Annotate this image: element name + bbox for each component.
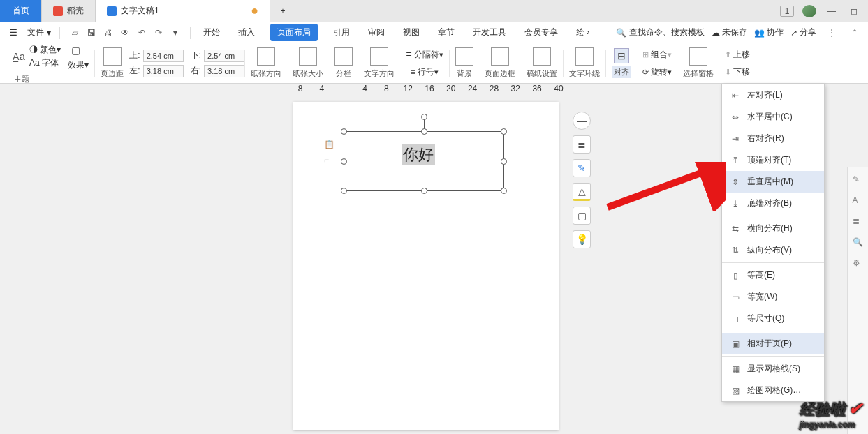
margins-icon[interactable] [103, 47, 122, 66]
tab-document[interactable]: 文字文稿1 ● [96, 0, 270, 22]
horizontal-ruler[interactable]: 84481216202428323640 [293, 84, 566, 96]
menu-section[interactable]: 章节 [435, 24, 457, 41]
more-icon[interactable]: ⋮ [823, 28, 840, 38]
dd-align-bottom[interactable]: ⤓底端对齐(B) [722, 193, 824, 214]
file-menu[interactable]: 文件▾ [23, 27, 55, 38]
pageborder-label[interactable]: 页面边框 [485, 68, 515, 79]
command-search[interactable]: 🔍 查找命令、搜索模板 [616, 27, 705, 38]
columns-icon[interactable] [334, 47, 353, 66]
menu-vip[interactable]: 会员专享 [522, 24, 561, 41]
print-icon[interactable]: 🖨 [102, 27, 115, 39]
paper-icon[interactable] [533, 47, 551, 66]
dd-show-grid[interactable]: ▦显示网格线(S) [722, 358, 824, 380]
background-icon[interactable] [455, 47, 473, 66]
menu-start[interactable]: 开始 [200, 24, 223, 41]
breaks-button[interactable]: ≣ 分隔符▾ [406, 49, 443, 61]
share-button[interactable]: ↗分享 [790, 27, 816, 38]
save-icon[interactable]: 🖫 [85, 27, 98, 39]
rail-search-icon[interactable]: 🔍 [853, 237, 864, 248]
margin-right-input[interactable] [204, 65, 244, 77]
hamburger-icon[interactable]: ☰ [6, 28, 22, 38]
dd-align-right[interactable]: ⇥右对齐(R) [722, 128, 824, 149]
wrap-label[interactable]: 文字环绕 [569, 68, 600, 79]
moveup-button[interactable]: ⬆ 上移 [725, 49, 750, 61]
rail-styles-icon[interactable]: A [853, 195, 864, 207]
align-label[interactable]: 对齐 [612, 66, 631, 78]
lineno-button[interactable]: ≡ 行号▾ [411, 66, 438, 78]
resize-handle[interactable] [341, 158, 347, 165]
window-number[interactable]: 1 [780, 6, 794, 17]
wrap-icon[interactable] [575, 47, 594, 66]
rail-layers-icon[interactable]: ≣ [853, 216, 864, 227]
selection-pane-icon[interactable] [689, 47, 707, 66]
wrap-float-icon[interactable]: ≣ [573, 135, 591, 154]
resize-handle[interactable] [341, 188, 347, 194]
selection-pane-label[interactable]: 选择窗格 [683, 68, 714, 79]
textdir-icon[interactable] [370, 47, 388, 66]
dd-distribute-v[interactable]: ⇅纵向分布(V) [722, 239, 824, 261]
maximize-icon[interactable]: ◻ [847, 6, 861, 16]
menu-insert[interactable]: 插入 [235, 24, 258, 41]
rotate-handle[interactable] [421, 114, 427, 120]
rail-settings-icon[interactable]: ⚙ [853, 258, 864, 269]
redo-icon[interactable]: ↷ [152, 27, 165, 39]
collab-button[interactable]: 👥协作 [754, 27, 784, 38]
collapse-ribbon-icon[interactable]: ⌃ [847, 28, 862, 38]
eyedropper-icon[interactable]: ✎ [573, 159, 591, 177]
dd-distribute-h[interactable]: ⇆横向分布(H) [722, 218, 824, 239]
dd-align-left[interactable]: ⇤左对齐(L) [722, 84, 824, 106]
columns-label[interactable]: 分栏 [336, 68, 351, 79]
dd-relative-page[interactable]: ▣相对于页(P) [722, 333, 824, 354]
menu-draw[interactable]: 绘 › [573, 24, 592, 41]
new-tab-button[interactable]: + [270, 0, 295, 22]
preview-icon[interactable]: 👁 [119, 27, 131, 39]
pageborder-icon[interactable] [491, 47, 509, 66]
tab-home[interactable]: 首页 [0, 0, 42, 22]
resize-handle[interactable] [501, 158, 507, 165]
textbox-content[interactable]: 你好 [402, 144, 435, 165]
menu-pagelayout[interactable]: 页面布局 [270, 24, 318, 41]
align-icon[interactable]: ⊟ [614, 48, 629, 63]
margin-left-input[interactable] [143, 65, 184, 77]
dd-align-hcenter[interactable]: ⇔水平居中(C) [722, 106, 824, 128]
movedown-button[interactable]: ⬇ 下移 [725, 66, 750, 78]
paste-icon[interactable]: 📋 [324, 140, 334, 149]
resize-handle[interactable] [341, 128, 347, 135]
collapse-float-icon[interactable]: — [573, 112, 591, 130]
background-label[interactable]: 背景 [457, 68, 472, 79]
pagesize-icon[interactable] [299, 47, 317, 66]
theme-font[interactable]: Aa 字体 [29, 57, 61, 69]
orientation-label[interactable]: 纸张方向 [251, 68, 281, 79]
menu-references[interactable]: 引用 [330, 24, 353, 41]
idea-icon[interactable]: 💡 [573, 230, 591, 248]
tab-docer[interactable]: 稻壳 [42, 0, 96, 22]
group-button[interactable]: ⊞ 组合▾ [642, 49, 672, 61]
rotate-button[interactable]: ⟳ 旋转▾ [642, 66, 672, 78]
unsaved-button[interactable]: ☁未保存 [712, 27, 747, 38]
theme-icon[interactable]: A̲a [11, 49, 27, 64]
effect-icon[interactable]: ▢ [68, 43, 83, 58]
pagesize-label[interactable]: 纸张大小 [293, 68, 323, 79]
dd-align-top[interactable]: ⤒顶端对齐(T) [722, 149, 824, 171]
resize-handle[interactable] [421, 188, 427, 194]
margins-label[interactable]: 页边距 [101, 68, 124, 79]
menu-review[interactable]: 审阅 [365, 24, 388, 41]
dd-draw-grid[interactable]: ▨绘图网格(G)… [722, 380, 824, 401]
rail-tool-icon[interactable]: ✎ [853, 174, 864, 186]
resize-handle[interactable] [501, 128, 507, 135]
orientation-icon[interactable] [257, 47, 275, 66]
highlight-icon[interactable]: △ [573, 183, 591, 201]
ribbon-effect[interactable]: 效果▾ [68, 59, 89, 71]
theme-color[interactable]: ◑ 颜色▾ [29, 44, 61, 56]
margin-top-input[interactable] [143, 50, 184, 62]
undo-icon[interactable]: ↶ [135, 27, 148, 39]
frame-icon[interactable]: ▢ [573, 207, 591, 225]
menu-view[interactable]: 视图 [400, 24, 422, 41]
text-box[interactable]: 你好 [344, 131, 504, 191]
user-avatar-icon[interactable] [802, 5, 816, 17]
paper-label[interactable]: 稿纸设置 [527, 68, 557, 79]
margin-bottom-input[interactable] [204, 50, 244, 62]
dd-align-vcenter[interactable]: ⇕垂直居中(M) [722, 171, 824, 193]
menu-devtools[interactable]: 开发工具 [470, 24, 509, 41]
minimize-icon[interactable]: — [825, 6, 839, 16]
